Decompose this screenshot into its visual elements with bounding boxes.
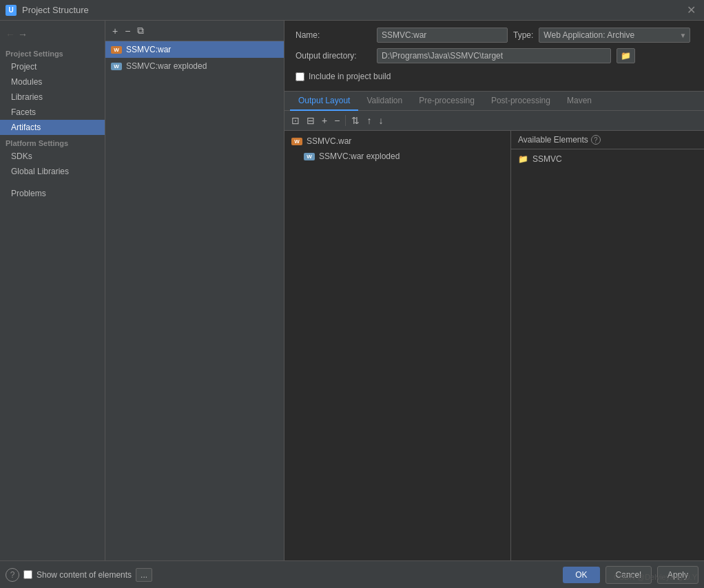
- output-dir-label: Output directory:: [296, 51, 371, 61]
- tree-item-war-exploded[interactable]: W SSMVC:war exploded: [284, 149, 510, 164]
- toolbar-separator: [345, 115, 346, 126]
- right-available: Available Elements ? 📁 SSMVC: [511, 131, 704, 560]
- move-up-button[interactable]: ↑: [364, 114, 374, 127]
- include-in-build-row: Include in project build: [296, 69, 693, 84]
- output-dir-input[interactable]: [377, 48, 611, 63]
- help-button[interactable]: ?: [6, 568, 19, 582]
- artifact-list-pane: + − ⧉ W SSMVC:war W SSMVC:war exploded: [105, 21, 284, 560]
- tab-post-processing[interactable]: Post-processing: [483, 92, 559, 111]
- type-select[interactable]: Web Application: Archive: [539, 28, 690, 43]
- folder-icon: 📁: [518, 154, 528, 164]
- sidebar-item-libraries[interactable]: Libraries: [0, 90, 105, 105]
- bottom-bar: ? Show content of elements ... OK Cancel…: [0, 560, 704, 588]
- show-content-row: Show content of elements ...: [23, 568, 152, 582]
- show-content-label[interactable]: Show content of elements: [37, 570, 132, 580]
- add-element-button[interactable]: +: [319, 114, 330, 127]
- war-icon: W: [111, 46, 122, 54]
- output-toolbar: ⊡ ⊟ + − ⇅ ↑ ↓: [284, 111, 704, 131]
- collapse-all-button[interactable]: ⊟: [304, 114, 318, 127]
- output-dir-row: Output directory: 📁: [296, 48, 693, 63]
- nav-arrows: ← →: [0, 26, 105, 45]
- type-label: Type:: [513, 30, 533, 40]
- title-bar-left: U Project Structure: [6, 5, 89, 16]
- available-header: Available Elements ?: [511, 131, 704, 149]
- title-bar: U Project Structure ✕: [0, 0, 704, 21]
- sort-button[interactable]: ⇅: [349, 114, 362, 127]
- name-label: Name:: [296, 30, 371, 40]
- sidebar-item-problems[interactable]: Problems: [0, 186, 105, 201]
- sidebar-item-sdks[interactable]: SDKs: [0, 149, 105, 164]
- forward-arrow[interactable]: →: [18, 29, 28, 40]
- artifact-toolbar: + − ⧉: [105, 21, 284, 41]
- close-button[interactable]: ✕: [684, 2, 698, 18]
- artifact-item-war[interactable]: W SSMVC:war: [105, 41, 284, 58]
- left-tree: W SSMVC.war W SSMVC:war exploded: [284, 131, 511, 560]
- tab-pre-processing[interactable]: Pre-processing: [411, 92, 483, 111]
- output-layout-content: ⊡ ⊟ + − ⇅ ↑ ↓ W SSMVC.war: [284, 111, 704, 560]
- type-select-wrapper: Web Application: Archive ▼: [539, 28, 690, 43]
- config-header: Name: Type: Web Application: Archive ▼ O…: [284, 21, 704, 92]
- help-icon[interactable]: ?: [591, 135, 601, 145]
- platform-settings-label: Platform Settings: [0, 135, 105, 149]
- tree-item-war[interactable]: W SSMVC.war: [284, 134, 510, 149]
- expand-root-button[interactable]: ⊡: [289, 114, 302, 127]
- name-type-row: Name: Type: Web Application: Archive ▼: [296, 28, 693, 43]
- sidebar: ← → Project Settings Project Modules Lib…: [0, 21, 105, 560]
- remove-artifact-button[interactable]: −: [122, 24, 133, 38]
- include-in-build-label[interactable]: Include in project build: [309, 72, 391, 81]
- artifact-item-war-exploded[interactable]: W SSMVC:war exploded: [105, 58, 284, 74]
- ellipsis-button[interactable]: ...: [136, 568, 152, 582]
- artifact-list: W SSMVC:war W SSMVC:war exploded: [105, 41, 284, 560]
- sidebar-item-global-libraries[interactable]: Global Libraries: [0, 164, 105, 179]
- back-arrow[interactable]: ←: [6, 29, 15, 40]
- window-title: Project Structure: [22, 5, 89, 15]
- available-item-ssmvc[interactable]: 📁 SSMVC: [518, 152, 697, 166]
- sidebar-item-artifacts[interactable]: Artifacts: [0, 120, 105, 135]
- sidebar-item-project[interactable]: Project: [0, 59, 105, 74]
- tab-validation[interactable]: Validation: [358, 92, 411, 111]
- sidebar-item-facets[interactable]: Facets: [0, 105, 105, 120]
- bottom-left: ? Show content of elements ...: [6, 568, 152, 582]
- name-input[interactable]: [377, 28, 508, 43]
- config-pane: Name: Type: Web Application: Archive ▼ O…: [284, 21, 704, 560]
- war-exploded-tree-icon: W: [304, 153, 315, 160]
- tabs-bar: Output Layout Validation Pre-processing …: [284, 92, 704, 111]
- split-pane: W SSMVC.war W SSMVC:war exploded Availab…: [284, 131, 704, 560]
- sidebar-item-modules[interactable]: Modules: [0, 74, 105, 90]
- copy-artifact-button[interactable]: ⧉: [134, 23, 147, 38]
- remove-element-button[interactable]: −: [331, 114, 342, 127]
- watermark: CSDN @Delvieyang.D.Y: [614, 573, 697, 581]
- war-exploded-icon: W: [111, 63, 122, 70]
- move-down-button[interactable]: ↓: [375, 114, 386, 127]
- available-content: 📁 SSMVC: [511, 149, 704, 169]
- include-in-build-checkbox[interactable]: [296, 72, 304, 81]
- available-elements-label: Available Elements: [518, 135, 588, 145]
- add-artifact-button[interactable]: +: [110, 24, 121, 38]
- project-settings-label: Project Settings: [0, 45, 105, 59]
- browse-folder-button[interactable]: 📁: [617, 48, 635, 63]
- tab-output-layout[interactable]: Output Layout: [290, 92, 358, 111]
- app-icon: U: [6, 5, 17, 16]
- show-content-checkbox[interactable]: [23, 570, 32, 579]
- tab-maven[interactable]: Maven: [559, 92, 600, 111]
- war-tree-icon: W: [291, 138, 302, 145]
- ok-button[interactable]: OK: [563, 567, 599, 583]
